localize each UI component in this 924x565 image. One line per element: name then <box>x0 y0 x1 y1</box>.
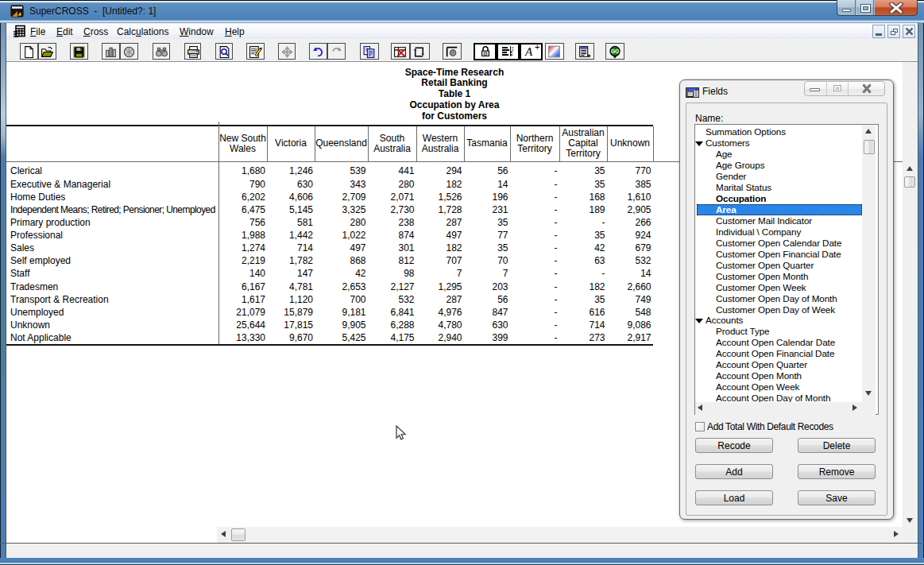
svg-text:GO: GO <box>611 48 619 53</box>
